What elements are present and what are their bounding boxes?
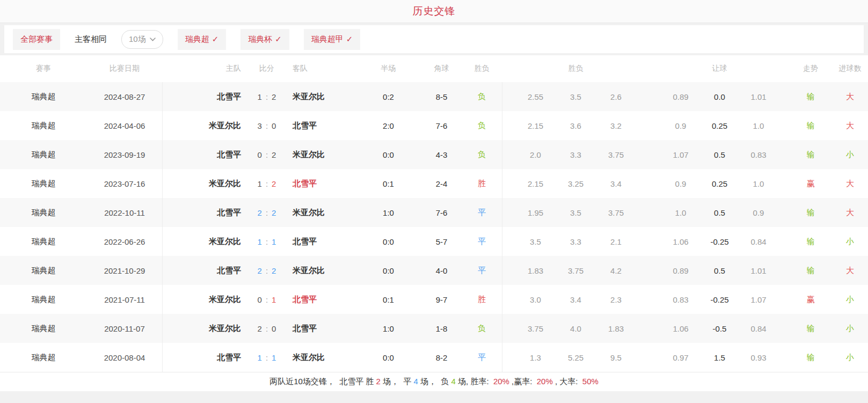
score-cell: 2:2 (245, 256, 288, 285)
league-filter-0[interactable]: 瑞典超 ✓ (178, 29, 227, 50)
draw-odds-cell: 3.5 (556, 82, 596, 111)
col-header-draw-odds: 胜负 (556, 55, 596, 82)
col-header-handicap-line: 让球 (699, 55, 740, 82)
spacer (777, 256, 792, 285)
score-value: 0:1 (258, 295, 276, 304)
league-cell: 瑞典超 (0, 256, 87, 285)
handicap-away-odds-cell: 1.01 (740, 82, 777, 111)
halftime-score-cell: 0:0 (355, 256, 421, 285)
spacer (502, 55, 515, 82)
home-team-cell: 北雪平 (162, 256, 245, 285)
col-header-league: 赛事 (0, 55, 87, 82)
away-team-cell: 米亚尔比 (288, 198, 355, 227)
col-header-corners: 角球 (421, 55, 462, 82)
score-value: 1:1 (258, 237, 276, 246)
league-cell: 瑞典超 (0, 285, 87, 314)
halftime-score-cell: 0:0 (355, 227, 421, 256)
handicap-home-odds-cell: 1.0 (662, 198, 699, 227)
handicap-away-odds-cell (740, 55, 777, 82)
handicap-away-odds-cell: 1.07 (740, 285, 777, 314)
spacer (502, 343, 515, 372)
halftime-score-cell: 2:0 (355, 111, 421, 140)
date-cell: 2020-11-07 (87, 314, 162, 343)
handicap-away-odds-cell: 1.0 (740, 111, 777, 140)
handicap-away-odds-cell: 0.84 (740, 314, 777, 343)
league-filter-label: 瑞典杯 (248, 34, 272, 45)
result-cell: 平 (462, 198, 502, 227)
away-team-cell: 米亚尔比 (288, 256, 355, 285)
handicap-home-odds-cell (662, 55, 699, 82)
date-cell: 2020-08-04 (87, 343, 162, 372)
spacer (777, 82, 792, 111)
date-cell: 2023-07-16 (87, 169, 162, 198)
score-cell: 0:1 (245, 285, 288, 314)
trend-cell: 输 (792, 111, 829, 140)
handicap-home-odds-cell: 0.83 (662, 285, 699, 314)
summary-segment: 4 (414, 377, 418, 386)
draw-odds-cell: 3.3 (556, 140, 596, 169)
handicap-home-odds-cell: 1.07 (662, 140, 699, 169)
away-team-cell: 米亚尔比 (288, 82, 355, 111)
col-header-date: 比赛日期 (87, 55, 162, 82)
check-icon: ✓ (275, 34, 282, 44)
league-filter-1[interactable]: 瑞典杯 ✓ (240, 29, 289, 50)
league-filter-2[interactable]: 瑞典超甲 ✓ (304, 29, 361, 50)
home-team-cell: 北雪平 (162, 343, 245, 372)
match-row: 瑞典超2020-11-07米亚尔比2:0北雪平1:01-8负3.754.01.8… (0, 314, 868, 343)
lose-odds-cell: 2.1 (596, 227, 636, 256)
goals-cell: 小 (832, 227, 868, 256)
spacer (502, 169, 515, 198)
league-filter-label: 瑞典超甲 (311, 34, 344, 45)
summary-segment: 2 (376, 377, 381, 386)
handicap-line-cell: 0.25 (699, 169, 740, 198)
spacer (636, 198, 662, 227)
table-body: 瑞典超2024-08-27北雪平1:2米亚尔比0:28-5负2.553.52.6… (0, 82, 868, 372)
match-count-select[interactable]: 10场 (121, 30, 163, 49)
lose-odds-cell: 3.2 (596, 111, 636, 140)
away-team-cell: 北雪平 (288, 169, 355, 198)
spacer (636, 55, 662, 82)
corners-cell: 4-0 (421, 256, 462, 285)
score-value: 1:2 (258, 179, 276, 188)
spacer (636, 169, 662, 198)
title-bar: 历史交锋 (0, 0, 868, 23)
match-row: 瑞典超2023-09-19北雪平0:2米亚尔比0:04-3负2.03.33.75… (0, 140, 868, 169)
match-row: 瑞典超2020-08-04北雪平1:1米亚尔比0:08-2平1.35.259.5… (0, 343, 868, 372)
handicap-line-cell: 0.5 (699, 256, 740, 285)
away-team-cell: 北雪平 (288, 111, 355, 140)
handicap-home-odds-cell: 0.97 (662, 343, 699, 372)
home-team-cell: 米亚尔比 (162, 285, 245, 314)
league-filter-label: 瑞典超 (185, 34, 209, 45)
spacer (777, 343, 792, 372)
score-cell: 1:2 (245, 82, 288, 111)
spacer (636, 285, 662, 314)
score-cell: 1:2 (245, 169, 288, 198)
result-cell: 胜 (462, 285, 502, 314)
handicap-line-cell: 0.0 (699, 82, 740, 111)
handicap-home-odds-cell: 1.06 (662, 314, 699, 343)
goals-cell: 小 (832, 343, 868, 372)
lose-odds-cell: 4.2 (596, 256, 636, 285)
summary-segment: 场， 平 (381, 377, 414, 386)
handicap-line-cell: 1.5 (699, 343, 740, 372)
match-row: 瑞典超2022-10-11北雪平2:2米亚尔比1:07-6平1.953.53.7… (0, 198, 868, 227)
trend-cell: 输 (792, 256, 829, 285)
trend-cell: 输 (792, 140, 829, 169)
halftime-score-cell: 1:0 (355, 198, 421, 227)
date-cell: 2022-06-26 (87, 227, 162, 256)
summary-segment: 场， 负 (418, 377, 451, 386)
result-cell: 负 (462, 140, 502, 169)
same-venue-filter[interactable]: 主客相同 (75, 34, 107, 45)
spacer (777, 55, 792, 82)
goals-cell: 小 (832, 140, 868, 169)
score-value: 0:2 (258, 150, 276, 159)
draw-odds-cell: 5.25 (556, 343, 596, 372)
league-cell: 瑞典超 (0, 343, 87, 372)
draw-odds-cell: 3.6 (556, 111, 596, 140)
handicap-home-odds-cell: 0.9 (662, 169, 699, 198)
win-odds-cell: 1.3 (515, 343, 556, 372)
corners-cell: 8-5 (421, 82, 462, 111)
all-events-button[interactable]: 全部赛事 (13, 29, 60, 50)
halftime-score-cell: 0:1 (355, 285, 421, 314)
win-odds-cell: 2.0 (515, 140, 556, 169)
